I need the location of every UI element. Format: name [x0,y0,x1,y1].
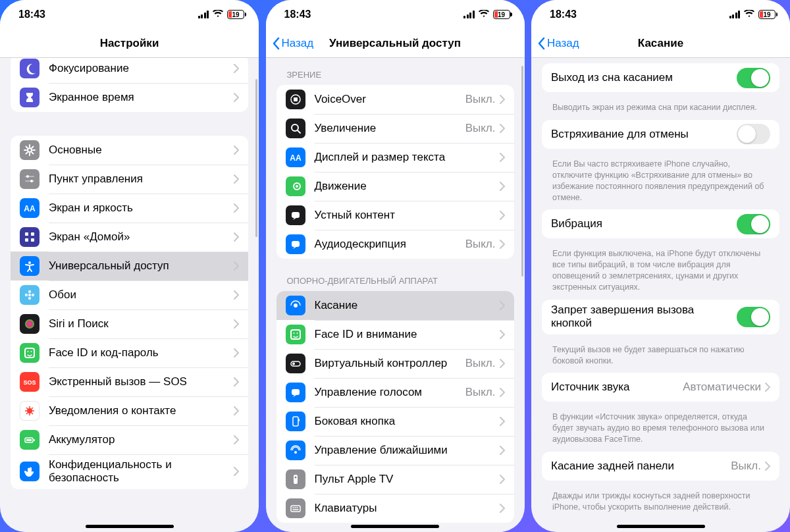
chevron-right-icon [234,64,239,73]
row-value: Выкл. [465,122,496,135]
home-indicator[interactable] [617,525,705,528]
settings-row[interactable]: Клавиатуры [276,494,514,523]
home-indicator[interactable] [351,525,439,528]
settings-row[interactable]: Управление голосом Выкл. [276,378,514,407]
settings-row[interactable]: Обои [11,280,248,309]
hand-icon [20,462,40,481]
toggle-switch[interactable] [737,214,770,234]
settings-row[interactable]: Конфиденциальность и безопасность [11,454,248,489]
back-label: Назад [547,37,579,50]
settings-row[interactable]: Экстренный вызов — SOS [11,367,248,396]
row-label: VoiceOver [315,93,465,106]
chevron-right-icon [234,467,239,476]
home-indicator[interactable] [86,525,174,528]
chevron-right-icon [234,290,239,300]
settings-group: Встряхивание для отмены [542,120,779,149]
row-value: Выкл. [465,93,496,106]
settings-row[interactable]: Касание [276,291,514,320]
row-label: Запрет завершения вызова кнопкой [551,304,737,331]
row-value: Выкл. [465,357,496,370]
row-label: Виртуальный контроллер [315,357,465,370]
toggle-row[interactable]: Вибрация [542,209,779,238]
content-scroll[interactable]: Выход из сна касанием Выводить экран из … [531,58,790,532]
speech-icon [286,205,305,225]
settings-row[interactable]: Экран «Домой» [11,223,248,252]
settings-row[interactable]: Пункт управления [11,165,248,194]
screen-touch: 18:43 19 Назад Касание Выход из сна каса… [531,0,790,532]
settings-row[interactable]: Siri и Поиск [11,309,248,338]
row-label: Увеличение [315,122,465,135]
back-label: Назад [282,37,314,50]
toggle-switch[interactable] [737,124,770,144]
chevron-right-icon [234,174,239,184]
settings-row[interactable]: Уведомления о контакте [11,396,248,425]
link-row[interactable]: Касание задней панели Выкл. [542,452,779,481]
settings-row[interactable]: Движение [276,172,514,201]
row-value: Выкл. [731,460,761,473]
back-button[interactable]: Назад [537,29,579,57]
settings-row[interactable]: Экранное время [11,83,248,112]
touch-icon [286,296,305,315]
zoom-icon [286,119,305,138]
content-scroll[interactable]: Фокусирование Экранное время Основные Пу… [0,58,259,532]
settings-group: Вибрация [542,209,779,238]
chevron-right-icon [234,348,239,358]
row-label: Face ID и код-пароль [49,346,234,359]
voice-ctrl-icon [286,383,305,402]
settings-row[interactable]: Универсальный доступ [11,252,248,280]
settings-row[interactable]: Экран и яркость [11,194,248,223]
settings-row[interactable]: Основные [11,136,248,165]
settings-row[interactable]: Аккумулятор [11,425,248,454]
status-right: 19 [729,9,776,20]
content-scroll[interactable]: ЗРЕНИЕ VoiceOver Выкл. Увеличение Выкл. … [266,58,525,532]
chevron-right-icon [234,203,239,213]
settings-row[interactable]: Пульт Apple TV [276,465,514,494]
battery-icon: 19 [758,10,776,19]
row-label: Уведомления о контакте [49,404,234,417]
link-row[interactable]: Источник звука Автоматически [542,373,779,402]
chevron-right-icon [500,417,505,426]
status-time: 18:43 [550,9,577,20]
switch-icon [286,354,305,373]
toggle-row[interactable]: Выход из сна касанием [542,63,779,92]
settings-row[interactable]: Увеличение Выкл. [276,114,514,143]
status-right: 19 [198,9,245,20]
settings-row[interactable]: Дисплей и размер текста [276,143,514,172]
toggle-switch[interactable] [737,307,770,327]
settings-row[interactable]: Face ID и код-пароль [11,338,248,367]
chevron-right-icon [500,301,505,310]
status-right: 19 [463,9,510,20]
section-header: ОПОРНО-ДВИГАТЕЛЬНЫЙ АППАРАТ [266,264,525,290]
row-label: Пульт Apple TV [315,473,500,486]
row-label: Экстренный вызов — SOS [49,375,234,388]
sos-icon [20,372,40,392]
chevron-right-icon [500,211,505,220]
toggle-switch[interactable] [737,68,770,88]
settings-row[interactable]: Face ID и внимание [276,320,514,349]
settings-row[interactable]: Фокусирование [11,58,248,83]
page-title: Касание [638,37,683,50]
settings-group: Выход из сна касанием [542,63,779,92]
back-button[interactable]: Назад [271,29,314,57]
section-footer: Выводить экран из режима сна при касании… [531,97,790,115]
toggle-row[interactable]: Запрет завершения вызова кнопкой [542,300,779,334]
chevron-right-icon [234,406,239,415]
settings-row[interactable]: Устный контент [276,201,514,230]
row-label: Экранное время [49,91,234,104]
row-value: Автоматически [683,381,761,394]
siri-icon [20,314,40,334]
settings-row[interactable]: Боковая кнопка [276,407,514,436]
row-label: Универсальный доступ [49,259,234,273]
chevron-right-icon [765,462,770,471]
wifi-icon [213,9,223,20]
toggle-row[interactable]: Встряхивание для отмены [542,120,779,149]
chevron-left-icon [537,37,546,50]
settings-row[interactable]: Управление ближайшими [276,436,514,465]
screen-accessibility: 18:43 19 Назад Универсальный доступ ЗРЕН… [266,0,525,532]
row-label: Экран «Домой» [49,230,234,244]
screen-settings: 18:43 19 Настройки Фокусирование Экранно… [0,0,259,532]
settings-row[interactable]: VoiceOver Выкл. [276,85,514,114]
settings-row[interactable]: Аудиодескрипция Выкл. [276,230,514,259]
row-label: Встряхивание для отмены [551,128,737,141]
settings-row[interactable]: Виртуальный контроллер Выкл. [276,349,514,378]
